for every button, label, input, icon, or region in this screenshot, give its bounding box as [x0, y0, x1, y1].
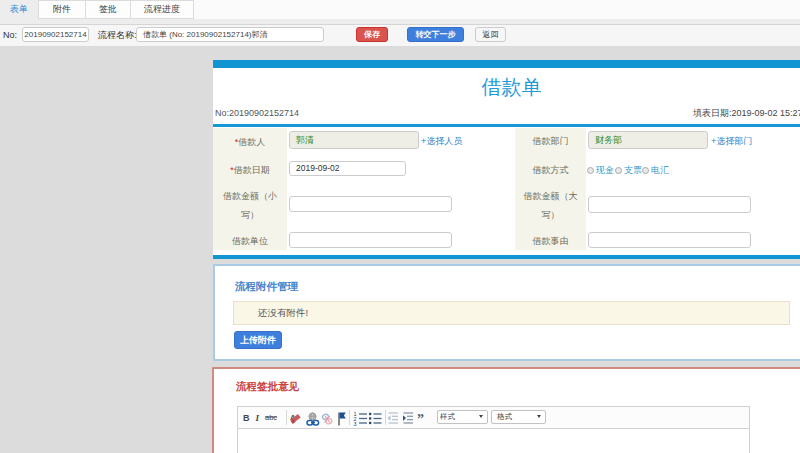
- svg-text:3: 3: [354, 421, 357, 427]
- svg-text:B: B: [243, 413, 250, 423]
- svg-text:”: ”: [417, 412, 424, 427]
- svg-text:I: I: [255, 413, 260, 423]
